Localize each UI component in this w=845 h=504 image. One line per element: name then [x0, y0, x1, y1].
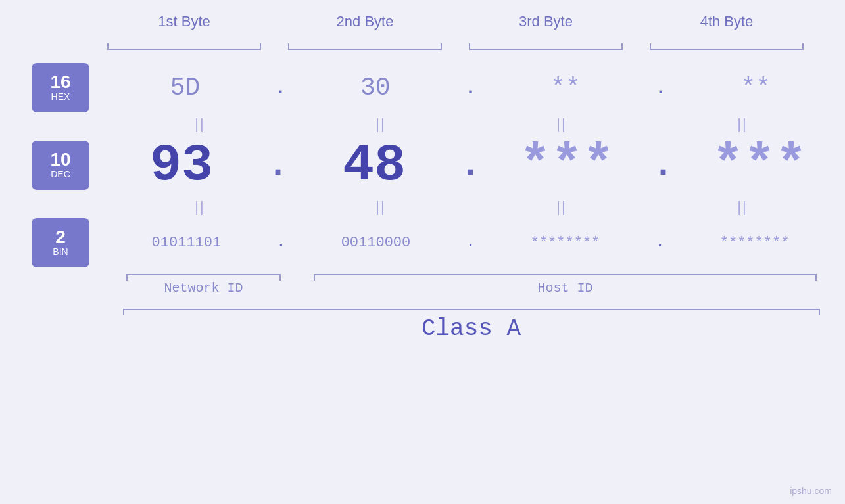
equals-row2: || || || ||	[110, 195, 833, 218]
hex-badge-number: 16	[50, 73, 70, 91]
equals4: ||	[737, 116, 747, 133]
bracket-seg4	[637, 37, 817, 50]
byte4-header: 4th Byte	[637, 13, 817, 30]
bracket-line3	[469, 49, 623, 50]
host-bracket-line	[314, 274, 817, 275]
equals-seg7: ||	[471, 198, 652, 216]
dec-row: 10 DEC 93 . 48 . *** . ***	[0, 135, 845, 195]
top-bracket-row	[94, 37, 817, 50]
dec-values: 93 . 48 . *** . ***	[96, 135, 845, 195]
dec-dot1: .	[267, 145, 289, 186]
full-bottom-line	[123, 309, 820, 310]
equals-seg4: ||	[652, 116, 833, 133]
bin-badge: 2 BIN	[32, 218, 89, 267]
equals1: ||	[195, 116, 205, 133]
bin-badge-number: 2	[55, 228, 66, 246]
dec-badge-base: DEC	[51, 169, 70, 180]
equals-seg5: ||	[110, 198, 291, 216]
bracket-seg1	[94, 37, 275, 50]
network-host-bracket-container: Network ID Host ID	[110, 274, 833, 296]
equals-seg8: ||	[652, 198, 833, 216]
byte3-header: 3rd Byte	[456, 13, 637, 30]
bracket-line2	[288, 49, 442, 50]
bin-badge-base: BIN	[53, 246, 68, 258]
equals3: ||	[556, 116, 566, 133]
equals-seg2: ||	[291, 116, 471, 133]
equals-seg6: ||	[291, 198, 471, 216]
bin-byte3: ********	[475, 235, 656, 251]
hex-dot3: .	[655, 77, 667, 99]
bin-values: 01011101 . 00110000 . ******** . *******…	[96, 235, 845, 251]
main-container: 1st Byte 2nd Byte 3rd Byte 4th Byte 16 H…	[0, 0, 845, 504]
bracket-line4	[650, 49, 804, 50]
bracket-line1	[107, 49, 261, 50]
hex-values: 5D . 30 . ** . **	[96, 74, 845, 102]
bin-dot1: .	[277, 235, 285, 251]
byte-headers: 1st Byte 2nd Byte 3rd Byte 4th Byte	[94, 13, 817, 30]
bin-byte4: ********	[664, 235, 845, 251]
hex-byte2: 30	[286, 74, 464, 102]
class-label: Class A	[123, 315, 820, 342]
full-bracket-container	[123, 309, 820, 310]
dec-byte4: ***	[674, 135, 845, 195]
bin-byte2: 00110000	[285, 235, 466, 251]
dec-byte3: ***	[481, 135, 652, 195]
bin-dot3: .	[656, 235, 664, 251]
bin-row: 2 BIN 01011101 . 00110000 . ******** . *…	[0, 218, 845, 267]
equals5: ||	[195, 198, 205, 216]
host-id-label: Host ID	[298, 281, 833, 296]
dec-badge-number: 10	[50, 150, 70, 169]
bracket-seg3	[456, 37, 637, 50]
hex-badge-base: HEX	[51, 91, 70, 103]
hex-dot1: .	[274, 77, 286, 99]
equals2: ||	[375, 116, 385, 133]
hex-badge: 16 HEX	[32, 63, 89, 112]
host-id-section: Host ID	[298, 274, 833, 296]
bin-dot2: .	[466, 235, 475, 251]
network-id-section: Network ID	[110, 274, 298, 296]
hex-byte4: **	[667, 74, 845, 102]
equals-seg1: ||	[110, 116, 291, 133]
dec-dot2: .	[460, 145, 481, 186]
dec-dot3: .	[652, 145, 674, 186]
hex-byte1: 5D	[96, 74, 274, 102]
network-bracket-line	[126, 274, 281, 275]
equals7: ||	[556, 198, 566, 216]
dec-badge: 10 DEC	[32, 141, 89, 190]
equals6: ||	[375, 198, 385, 216]
equals-seg3: ||	[471, 116, 652, 133]
watermark: ipshu.com	[790, 486, 832, 496]
hex-dot2: .	[464, 77, 476, 99]
equals8: ||	[737, 198, 747, 216]
dec-byte2: 48	[289, 135, 460, 195]
bin-byte1: 01011101	[96, 235, 277, 251]
byte2-header: 2nd Byte	[275, 13, 456, 30]
byte1-header: 1st Byte	[94, 13, 275, 30]
dec-byte1: 93	[96, 135, 267, 195]
hex-row: 16 HEX 5D . 30 . ** . **	[0, 63, 845, 112]
bracket-seg2	[275, 37, 456, 50]
equals-row1: || || || ||	[110, 112, 833, 135]
network-id-label: Network ID	[110, 281, 298, 296]
hex-byte3: **	[477, 74, 655, 102]
